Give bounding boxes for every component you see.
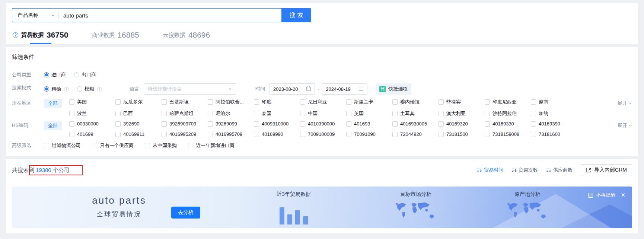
sort-label: 供应商数 — [553, 167, 573, 173]
radio-icon — [77, 86, 82, 92]
checkbox-label: 40169320 — [446, 121, 468, 127]
checkbox-option[interactable]: 40169911 — [115, 131, 162, 137]
checkbox-option[interactable]: 从中国采购 — [145, 142, 177, 149]
checkbox-option[interactable]: 72044920 — [392, 131, 439, 137]
language-placeholder: 请选择翻译语言 — [148, 86, 182, 92]
checkbox-option[interactable]: 沙特阿拉伯 — [485, 110, 531, 117]
hs-expand-link[interactable]: 展开 — [618, 121, 632, 130]
checkbox-option[interactable]: 4009310000 — [254, 121, 300, 127]
checkbox-option[interactable]: 斯里兰卡 — [346, 99, 392, 105]
filter-row-region: 所在地区 全部 美国厄瓜多尔巴基斯坦阿拉伯联合...印度尼日利亚斯里兰卡委内瑞拉… — [12, 95, 632, 117]
checkbox-label: 哈萨克斯坦 — [169, 110, 194, 117]
dismiss-checkbox[interactable] — [588, 193, 593, 198]
checkbox-label: 近一年新增进口商 — [196, 142, 235, 149]
radio-exporter[interactable]: 出口商 — [74, 71, 96, 78]
checkbox-option[interactable]: 美国 — [69, 99, 115, 105]
checkbox-option[interactable]: 70091090 — [346, 131, 392, 137]
checkbox-option[interactable]: 4016930005 — [392, 121, 439, 127]
checkbox-option[interactable]: 40169990 — [254, 131, 300, 137]
language-select[interactable]: 请选择翻译语言 — [144, 83, 236, 95]
checkbox-label: 斯里兰卡 — [354, 99, 373, 105]
checkbox-option[interactable]: 73181500 — [439, 131, 485, 137]
checkbox-option[interactable]: 印度 — [254, 99, 300, 105]
checkbox-icon — [300, 132, 305, 137]
checkbox-option[interactable]: 7009100009 — [300, 131, 346, 137]
search-panel: 产品名称 搜 索 ? 贸易数据 36750 商业数据 16885 云搜数据 48… — [6, 3, 638, 44]
checkbox-label: 泰国 — [262, 110, 271, 117]
checkbox-option[interactable]: 7318159008 — [485, 131, 531, 137]
checkbox-option[interactable]: 尼泊尔 — [208, 110, 254, 117]
start-date-value: 2023-08-20 — [273, 86, 298, 92]
checkbox-option[interactable]: 阿拉伯联合... — [208, 99, 254, 105]
checkbox-option[interactable]: 401699 — [69, 131, 115, 137]
checkbox-option[interactable]: 尼日利亚 — [300, 99, 346, 105]
checkbox-option[interactable]: 392690 — [115, 121, 162, 127]
checkbox-option[interactable]: 委内瑞拉 — [392, 99, 439, 105]
checkbox-option[interactable]: 40169330 — [485, 121, 531, 127]
bar — [287, 214, 292, 224]
search-input-group: 产品名称 — [12, 8, 281, 22]
tab-business-data[interactable]: 商业数据 16885 — [91, 28, 140, 44]
checkbox-option[interactable]: 40169390 — [531, 121, 577, 127]
radio-exact-mode[interactable]: 精确 i — [44, 86, 69, 92]
sort-trade-count[interactable]: 贸易次数 — [511, 167, 538, 173]
import-crm-button[interactable]: 导入内部CRM — [581, 164, 632, 176]
checkbox-option[interactable]: 巴基斯坦 — [162, 99, 208, 105]
checkbox-option[interactable]: 菲律宾 — [439, 99, 485, 105]
expand-label: 展开 — [618, 121, 627, 130]
sort-supplier-count[interactable]: 供应商数 — [546, 167, 573, 173]
search-category-select[interactable]: 产品名称 — [12, 12, 58, 19]
checkbox-option[interactable]: 3926909709 — [162, 121, 208, 127]
radio-importer[interactable]: 进口商 — [44, 71, 66, 78]
checkbox-option[interactable]: 巴西 — [115, 110, 162, 117]
search-button[interactable]: 搜 索 — [281, 8, 311, 22]
checkbox-option[interactable]: 厄瓜多尔 — [115, 99, 162, 105]
radio-fuzzy-mode[interactable]: 模糊 i — [77, 86, 102, 92]
info-circle-icon[interactable]: i — [64, 87, 69, 92]
checkbox-option[interactable]: 4016995209 — [162, 131, 208, 137]
tab-cloud-search-data[interactable]: 云搜数据 48696 — [162, 28, 211, 44]
quick-options-button[interactable]: ⌘ 快捷选项 — [376, 83, 411, 95]
checkbox-option[interactable]: 哈萨克斯坦 — [162, 110, 208, 117]
checkbox-option[interactable]: 00330000 — [69, 121, 115, 127]
search-input[interactable] — [59, 9, 281, 22]
region-expand-link[interactable]: 展开 — [618, 99, 632, 108]
end-date-input[interactable]: 2024-08-19 — [322, 83, 367, 95]
checkbox-option[interactable]: 越南 — [531, 99, 577, 105]
checkbox-option[interactable]: 英国 — [346, 110, 392, 117]
start-date-input[interactable]: 2023-08-20 — [270, 83, 315, 95]
checkbox-option[interactable]: 波兰 — [69, 110, 115, 117]
world-map-icon — [394, 201, 437, 221]
checkbox-option[interactable]: 4010390000 — [300, 121, 346, 127]
checkbox-option[interactable]: 近一年新增进口商 — [188, 142, 235, 149]
checkbox-icon — [69, 121, 74, 127]
checkbox-option[interactable]: 73181600 — [531, 131, 577, 137]
checkbox-option[interactable]: 澳大利亚 — [439, 110, 485, 117]
analyze-button[interactable]: 去分析 — [171, 207, 200, 219]
checkbox-option[interactable]: 加纳 — [531, 110, 577, 117]
checkbox-option[interactable]: 4016995709 — [208, 131, 254, 137]
checkbox-option[interactable]: 39269099 — [208, 121, 254, 127]
checkbox-option[interactable]: 土耳其 — [392, 110, 439, 117]
close-icon[interactable]: ✕ — [621, 192, 625, 198]
checkbox-icon — [92, 143, 97, 148]
checkbox-icon — [208, 121, 213, 127]
checkbox-option[interactable]: 40169320 — [439, 121, 485, 127]
hs-all-chip[interactable]: 全部 — [44, 121, 62, 130]
checkbox-icon — [346, 111, 351, 116]
checkbox-icon — [115, 121, 121, 127]
info-circle-icon[interactable]: i — [97, 87, 102, 92]
help-circle-icon[interactable]: ? — [13, 32, 18, 38]
chevron-down-icon — [51, 13, 55, 17]
checkbox-option[interactable]: 过滤物流公司 — [44, 142, 81, 149]
checkbox-option[interactable]: 只有一个供应商 — [92, 142, 134, 149]
region-all-chip[interactable]: 全部 — [44, 99, 62, 108]
checkbox-option[interactable]: 印度尼西亚 — [485, 99, 531, 105]
checkbox-icon — [162, 99, 167, 105]
sort-trade-time[interactable]: 贸易时间 — [477, 167, 503, 173]
tab-trade-data[interactable]: ? 贸易数据 36750 — [12, 28, 69, 44]
end-date-value: 2024-08-19 — [326, 86, 351, 92]
checkbox-option[interactable]: 中国 — [300, 110, 346, 117]
checkbox-option[interactable]: 泰国 — [254, 110, 300, 117]
checkbox-option[interactable]: 401693 — [346, 121, 392, 127]
